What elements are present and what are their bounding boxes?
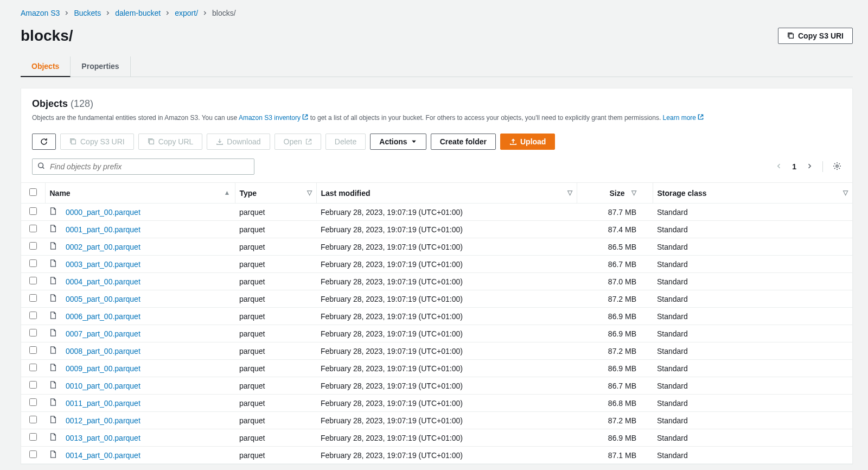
object-size: 86.9 MB [577,360,653,377]
object-name-link[interactable]: 0000_part_00.parquet [66,208,141,217]
column-header-storage[interactable]: Storage class [658,189,707,198]
table-row: 0012_part_00.parquetparquetFebruary 28, … [21,412,852,429]
object-type: parquet [235,308,316,325]
page-title: blocks/ [21,27,73,45]
learn-more-link[interactable]: Learn more [663,114,704,122]
object-name-link[interactable]: 0010_part_00.parquet [66,382,141,390]
row-checkbox[interactable] [29,294,37,302]
object-modified: February 28, 2023, 19:07:19 (UTC+01:00) [316,395,577,412]
open-button[interactable]: Open [275,134,321,150]
table-row: 0001_part_00.parquetparquetFebruary 28, … [21,221,852,238]
row-checkbox[interactable] [29,346,37,354]
object-storage: Standard [653,377,852,395]
objects-table: Name ▲ Type ▽ Last modified ▽ Size ▽ [21,182,852,464]
breadcrumb-item[interactable]: dalem-bucket [115,9,161,17]
row-checkbox[interactable] [29,433,37,441]
copy-s3-uri-button[interactable]: Copy S3 URI [778,28,853,44]
file-icon [49,313,57,321]
tab-objects[interactable]: Objects [21,56,71,77]
object-storage: Standard [653,308,852,325]
object-modified: February 28, 2023, 19:07:19 (UTC+01:00) [316,238,577,256]
chevron-right-icon [165,9,170,17]
table-row: 0003_part_00.parquetparquetFebruary 28, … [21,256,852,273]
copy-icon [148,138,155,145]
upload-button[interactable]: Upload [500,134,555,150]
object-count: (128) [71,98,93,109]
next-page-button[interactable] [806,162,813,171]
object-name-link[interactable]: 0006_part_00.parquet [66,312,141,321]
column-header-type[interactable]: Type [240,189,257,198]
object-size: 87.1 MB [577,447,653,464]
row-checkbox[interactable] [29,207,37,215]
object-name-link[interactable]: 0005_part_00.parquet [66,295,141,303]
file-icon [49,261,57,269]
object-modified: February 28, 2023, 19:07:19 (UTC+01:00) [316,308,577,325]
object-size: 86.7 MB [577,256,653,273]
file-icon [49,226,57,234]
object-storage: Standard [653,395,852,412]
object-storage: Standard [653,429,852,447]
row-checkbox[interactable] [29,381,37,389]
row-checkbox[interactable] [29,364,37,371]
object-modified: February 28, 2023, 19:07:19 (UTC+01:00) [316,360,577,377]
row-checkbox[interactable] [29,450,37,458]
file-icon [49,208,57,217]
object-name-link[interactable]: 0014_part_00.parquet [66,451,141,460]
file-icon [49,295,57,304]
row-checkbox[interactable] [29,259,37,267]
table-row: 0010_part_00.parquetparquetFebruary 28, … [21,377,852,395]
tab-properties[interactable]: Properties [71,56,130,77]
object-modified: February 28, 2023, 19:07:19 (UTC+01:00) [316,342,577,360]
chevron-right-icon [202,9,208,17]
object-name-link[interactable]: 0003_part_00.parquet [66,260,141,269]
object-name-link[interactable]: 0008_part_00.parquet [66,347,141,355]
download-button[interactable]: Download [207,134,270,150]
table-row: 0000_part_00.parquetparquetFebruary 28, … [21,204,852,221]
search-input[interactable] [32,158,254,175]
object-modified: February 28, 2023, 19:07:19 (UTC+01:00) [316,221,577,238]
row-checkbox[interactable] [29,225,37,232]
column-header-modified[interactable]: Last modified [321,189,371,198]
table-row: 0002_part_00.parquetparquetFebruary 28, … [21,238,852,256]
object-name-link[interactable]: 0004_part_00.parquet [66,277,141,286]
pagination: 1 [776,161,841,172]
file-icon [49,382,57,391]
row-checkbox[interactable] [29,416,37,423]
object-name-link[interactable]: 0002_part_00.parquet [66,243,141,251]
breadcrumb-item[interactable]: Buckets [74,9,101,17]
create-folder-button[interactable]: Create folder [431,134,496,150]
copy-url-button[interactable]: Copy URL [138,134,203,150]
breadcrumb-item[interactable]: Amazon S3 [21,9,60,17]
row-checkbox[interactable] [29,398,37,406]
object-name-link[interactable]: 0012_part_00.parquet [66,416,141,425]
object-name-link[interactable]: 0013_part_00.parquet [66,434,141,442]
object-size: 86.5 MB [577,238,653,256]
object-name-link[interactable]: 0007_part_00.parquet [66,329,141,338]
prev-page-button[interactable] [776,162,782,171]
select-all-checkbox[interactable] [29,188,37,196]
row-checkbox[interactable] [29,277,37,284]
row-checkbox[interactable] [29,242,37,250]
copy-icon [69,138,77,145]
copy-s3-uri-button-toolbar[interactable]: Copy S3 URI [60,134,134,150]
object-type: parquet [235,360,316,377]
svg-rect-2 [149,140,154,144]
actions-button[interactable]: Actions [370,134,426,150]
row-checkbox[interactable] [29,329,37,336]
inventory-link[interactable]: Amazon S3 inventory [239,114,310,122]
objects-panel: Objects (128) Objects are the fundamenta… [21,88,853,465]
delete-button[interactable]: Delete [326,134,366,150]
table-row: 0006_part_00.parquetparquetFebruary 28, … [21,308,852,325]
object-name-link[interactable]: 0001_part_00.parquet [66,225,141,234]
breadcrumb-item[interactable]: export/ [175,9,198,17]
column-header-size[interactable]: Size [609,189,624,198]
object-storage: Standard [653,342,852,360]
object-name-link[interactable]: 0009_part_00.parquet [66,364,141,373]
object-name-link[interactable]: 0011_part_00.parquet [66,399,141,408]
settings-button[interactable] [833,162,841,172]
column-header-name[interactable]: Name [50,189,71,198]
row-checkbox[interactable] [29,312,37,319]
sort-icon: ▽ [631,189,636,196]
object-storage: Standard [653,290,852,308]
refresh-button[interactable] [32,134,56,150]
